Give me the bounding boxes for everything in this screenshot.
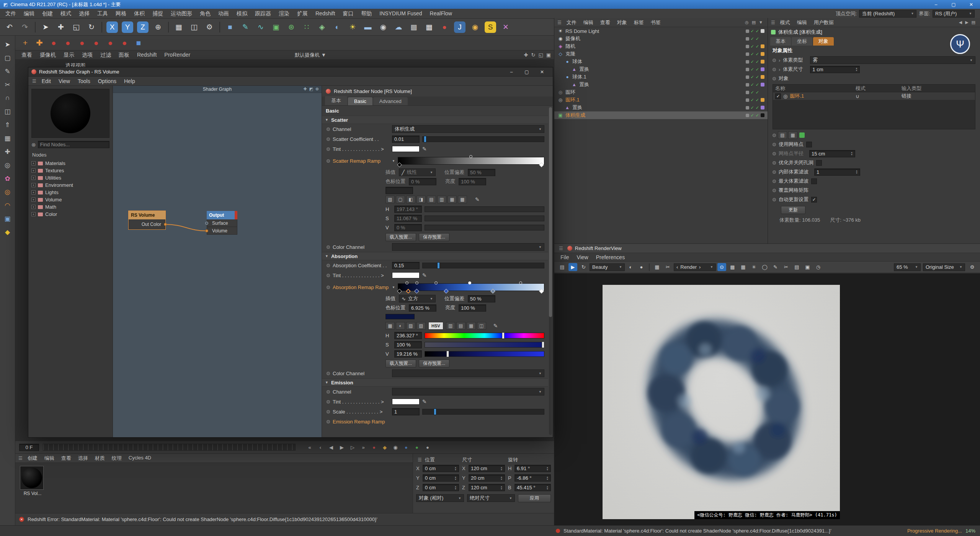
- node-category[interactable]: + Materials: [31, 160, 109, 167]
- move-icon[interactable]: ✚: [54, 20, 68, 34]
- row-mode-icon[interactable]: ∪: [856, 93, 902, 99]
- bias-input[interactable]: 50 %: [468, 295, 495, 302]
- save-preset-button[interactable]: 保存预置...: [419, 360, 449, 368]
- object-row[interactable]: ◉ 摄像机 ✓ ✓: [554, 35, 768, 42]
- node-category[interactable]: + Volume: [31, 196, 109, 203]
- ramp-bias-knot[interactable]: [434, 281, 438, 284]
- restart-ipr-icon[interactable]: ↻: [579, 263, 588, 271]
- node-category[interactable]: + Textures: [31, 167, 109, 174]
- interpolation-dropdown[interactable]: ╱线性▼: [399, 168, 436, 176]
- viewport-menu-item[interactable]: 显示: [60, 52, 78, 59]
- viewport-menu-item[interactable]: 过滤: [96, 52, 115, 59]
- ramp-knot[interactable]: [539, 162, 544, 167]
- property-checkbox[interactable]: ✓: [811, 197, 817, 203]
- emission-section-header[interactable]: ▼Emission: [322, 378, 548, 387]
- object-name[interactable]: 克隆: [565, 51, 575, 57]
- shader-graph-canvas[interactable]: Shader Graph ✚◩⊕ RS Volume Out Color Out…: [113, 86, 322, 437]
- emission-channel-dropdown[interactable]: ▼: [392, 388, 544, 395]
- menu-item[interactable]: 扩展: [293, 10, 312, 17]
- panel-menu-icon[interactable]: ☰: [557, 20, 562, 25]
- viewport-menu-item[interactable]: 选项: [78, 52, 96, 59]
- rotate-icon[interactable]: ↻: [84, 20, 99, 34]
- expand-icon[interactable]: +: [31, 212, 36, 216]
- layout-dropdown[interactable]: RS (用户)▼: [933, 10, 975, 18]
- xparticles-icon[interactable]: ✕: [498, 20, 513, 34]
- goto-start-icon[interactable]: «: [305, 443, 315, 452]
- mixer-icon[interactable]: ▧: [416, 322, 426, 330]
- preset-tile-icon[interactable]: ■: [132, 37, 145, 49]
- timeline-ruler[interactable]: [43, 444, 296, 451]
- object-name[interactable]: 圆环.1: [565, 96, 580, 103]
- menu-item[interactable]: INSYDIUM Fused: [376, 10, 426, 17]
- scatter-color-channel-dropdown[interactable]: ▼: [392, 243, 544, 251]
- knot-position-input[interactable]: 6.925 %: [409, 304, 436, 312]
- absorption-remap-ramp-label[interactable]: Absorption Remap Ramp: [333, 284, 389, 290]
- layer-chip[interactable]: [746, 29, 749, 33]
- rotation-input[interactable]: 6.91 °▲▼: [514, 465, 551, 472]
- object-name[interactable]: 随机: [565, 43, 575, 50]
- axis-z-lock-icon[interactable]: Z: [136, 20, 150, 34]
- minimize-button[interactable]: –: [927, 0, 945, 9]
- panel-menu-icon[interactable]: ☰: [771, 20, 775, 25]
- view-orbit-icon[interactable]: ↻: [531, 52, 536, 58]
- menu-item[interactable]: 标签: [630, 19, 647, 26]
- menu-item[interactable]: 选择: [75, 10, 93, 17]
- ramp-knot[interactable]: [539, 289, 544, 294]
- expand-icon[interactable]: +: [31, 205, 36, 209]
- object-row[interactable]: ◈ 随机 ✓ ✓: [554, 42, 768, 50]
- close-button[interactable]: ✕: [962, 0, 980, 9]
- object-name[interactable]: 摄像机: [565, 35, 580, 42]
- saturation-input[interactable]: 100 %: [394, 341, 422, 348]
- render-visibility-icon[interactable]: ✓: [756, 36, 759, 41]
- plugin-s-icon[interactable]: S: [483, 20, 498, 34]
- menu-item[interactable]: Preferences: [592, 254, 629, 260]
- rs-material-ball-icon[interactable]: ●: [76, 37, 88, 49]
- object-row[interactable]: ◎ 圆环.1 ✓ ✓: [554, 96, 768, 104]
- object-tag-icon[interactable]: [761, 29, 764, 33]
- knot-name-input[interactable]: [385, 187, 413, 194]
- camera-icon[interactable]: ◉: [376, 20, 390, 34]
- star-icon[interactable]: ✳: [749, 263, 759, 271]
- generator-icon[interactable]: ⊛: [284, 20, 299, 34]
- output-node[interactable]: Output Surface Volume: [207, 211, 237, 235]
- node-category[interactable]: + Environment: [31, 181, 109, 189]
- snapshot-icon[interactable]: ▤: [557, 263, 567, 271]
- anim-dot[interactable]: [327, 390, 330, 394]
- torus-tool-icon[interactable]: ◎: [2, 186, 14, 198]
- tab-basic[interactable]: Basic: [348, 97, 372, 105]
- absorption-color-channel-dropdown[interactable]: ▼: [392, 369, 544, 377]
- frame-tool-icon[interactable]: ▢: [2, 52, 14, 64]
- play-icon[interactable]: ▶: [337, 443, 347, 452]
- scatter-channel-dropdown[interactable]: 体积生成▼: [392, 125, 544, 133]
- snapshot-nav-dropdown[interactable]: ‹Render›▼: [674, 263, 716, 271]
- editor-visibility-icon[interactable]: ✓: [751, 29, 754, 34]
- rs-volume-node[interactable]: RS Volume Out Color: [129, 211, 165, 229]
- sky-icon[interactable]: ☁: [391, 20, 406, 34]
- value-slider[interactable]: [425, 225, 544, 230]
- ramp-bias-knot[interactable]: [469, 155, 472, 158]
- object-name[interactable]: 球体.1: [572, 74, 586, 80]
- menu-item[interactable]: 模式: [777, 19, 794, 26]
- anim-dot[interactable]: [773, 170, 776, 174]
- palette-icon[interactable]: ▦: [467, 322, 476, 330]
- menu-item[interactable]: 跟踪器: [251, 10, 275, 17]
- property-checkbox[interactable]: ✓: [806, 142, 812, 147]
- tab-basic-cn[interactable]: 基本: [325, 96, 347, 105]
- ramp-edit-pencil-icon[interactable]: ✎: [475, 196, 480, 203]
- layer-chip[interactable]: [746, 91, 749, 94]
- coordinate-mode-dropdown[interactable]: 对象 (相对)▼: [416, 494, 464, 502]
- panel-menu-icon[interactable]: ☰: [32, 78, 36, 84]
- menu-item[interactable]: Tools: [74, 78, 94, 84]
- editor-visibility-icon[interactable]: ✓: [751, 59, 754, 64]
- anim-dot[interactable]: [773, 152, 776, 155]
- object-row[interactable]: ◎ 圆环 ✓ ✓: [554, 88, 768, 96]
- axis-tool-icon[interactable]: ✚: [2, 146, 14, 157]
- object-name[interactable]: 体积生成: [565, 112, 585, 119]
- ramp-dist-icon[interactable]: ▦: [448, 196, 457, 203]
- expand-icon[interactable]: +: [31, 176, 36, 180]
- anim-dot[interactable]: [773, 59, 776, 62]
- list-paste-icon[interactable]: ▦: [788, 131, 797, 139]
- grid-icon[interactable]: ▦: [652, 263, 662, 271]
- rgb-sliders-icon[interactable]: ▥: [446, 322, 455, 330]
- object-tag-icon[interactable]: [761, 67, 764, 71]
